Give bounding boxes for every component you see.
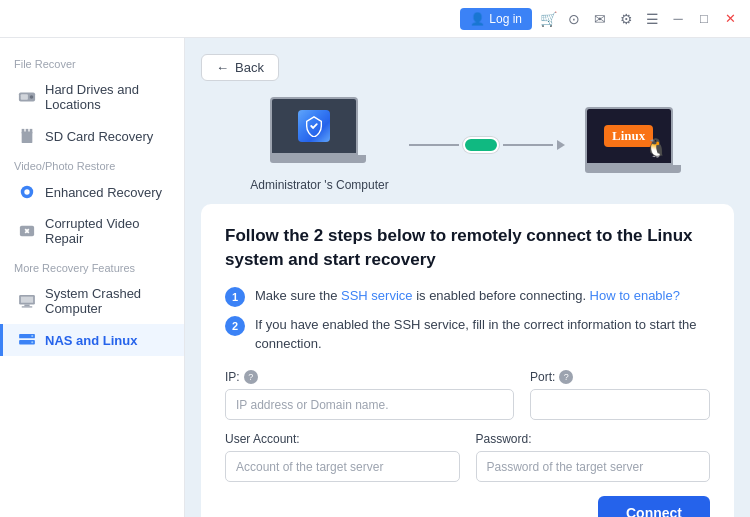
corrupted-icon [17, 223, 37, 239]
sidebar-item-label: SD Card Recovery [45, 129, 153, 144]
connection-arrow [409, 137, 565, 153]
computer-icon [17, 293, 37, 309]
sidebar-item-enhanced[interactable]: Enhanced Recovery [0, 176, 184, 208]
info-title: Follow the 2 steps below to remotely con… [225, 224, 710, 272]
right-line [503, 144, 553, 146]
left-line [409, 144, 459, 146]
svg-rect-1 [21, 94, 28, 99]
port-help-icon[interactable]: ? [559, 370, 573, 384]
info-card: Follow the 2 steps below to remotely con… [201, 204, 734, 517]
svg-rect-13 [22, 306, 33, 307]
sidebar-item-label: Hard Drives and Locations [45, 82, 170, 112]
ip-group: IP: ? [225, 370, 514, 420]
linux-screen-inner: Linux 🐧 [587, 109, 671, 163]
back-button[interactable]: ← Back [201, 54, 279, 81]
settings-icon[interactable]: ⚙ [616, 9, 636, 29]
step-2-row: 2 If you have enabled the SSH service, f… [225, 315, 710, 354]
step-1-row: 1 Make sure the SSH service is enabled b… [225, 286, 710, 307]
connection-pill [463, 137, 499, 153]
svg-point-16 [31, 335, 33, 337]
connect-button[interactable]: Connect [598, 496, 710, 517]
sidebar-item-hard-drives[interactable]: Hard Drives and Locations [0, 74, 184, 120]
minimize-button[interactable]: ─ [668, 9, 688, 29]
ip-input[interactable] [225, 389, 514, 420]
menu-icon[interactable]: ☰ [642, 9, 662, 29]
linux-computer: Linux 🐧 [585, 107, 685, 182]
connection-diagram: Administrator 's Computer Linux 🐧 [201, 97, 734, 192]
svg-point-2 [30, 95, 34, 99]
linux-tux: 🐧 [645, 137, 667, 159]
sidebar-item-label: System Crashed Computer [45, 286, 170, 316]
linux-laptop-base [585, 165, 681, 173]
app-logo [298, 110, 330, 142]
sidebar-item-label: NAS and Linux [45, 333, 137, 348]
linux-laptop-screen: Linux 🐧 [585, 107, 673, 165]
hdd-icon [17, 89, 37, 105]
password-label: Password: [476, 432, 711, 446]
how-to-enable-link[interactable]: How to enable? [590, 288, 680, 303]
user-input[interactable] [225, 451, 460, 482]
sidebar-section-file-recover: File Recover [0, 50, 184, 74]
svg-rect-4 [22, 129, 25, 133]
admin-computer-label: Administrator 's Computer [250, 178, 388, 192]
titlebar: 👤 Log in 🛒 ⊙ ✉ ⚙ ☰ ─ □ ✕ [0, 0, 750, 38]
cart-icon[interactable]: 🛒 [538, 9, 558, 29]
step-2-number: 2 [225, 316, 245, 336]
user-group: User Account: [225, 432, 460, 482]
user-icon: 👤 [470, 12, 485, 26]
admin-screen-inner [272, 99, 356, 153]
connect-row: Connect [225, 496, 710, 517]
password-input[interactable] [476, 451, 711, 482]
svg-rect-6 [30, 129, 33, 133]
user-password-row: User Account: Password: [225, 432, 710, 482]
step-1-text: Make sure the SSH service is enabled bef… [255, 286, 680, 306]
svg-rect-11 [21, 297, 33, 303]
password-group: Password: [476, 432, 711, 482]
enhanced-icon [17, 184, 37, 200]
maximize-button[interactable]: □ [694, 9, 714, 29]
sidebar-section-more: More Recovery Features [0, 254, 184, 278]
linux-laptop-image: Linux 🐧 [585, 107, 685, 182]
step-1-number: 1 [225, 287, 245, 307]
sidebar-item-system-crashed[interactable]: System Crashed Computer [0, 278, 184, 324]
port-group: Port: ? 22 [530, 370, 710, 420]
svg-rect-12 [24, 305, 29, 307]
user-label: User Account: [225, 432, 460, 446]
circle-icon[interactable]: ⊙ [564, 9, 584, 29]
admin-laptop-image [270, 97, 370, 172]
port-label: Port: ? [530, 370, 710, 384]
admin-computer: Administrator 's Computer [250, 97, 388, 192]
back-arrow-icon: ← [216, 60, 229, 75]
sidebar-item-sd-card[interactable]: SD Card Recovery [0, 120, 184, 152]
login-button[interactable]: 👤 Log in [460, 8, 532, 30]
sidebar-item-label: Enhanced Recovery [45, 185, 162, 200]
ip-port-row: IP: ? Port: ? 22 [225, 370, 710, 420]
arrow-head [557, 140, 565, 150]
sidebar-item-label: Corrupted Video Repair [45, 216, 170, 246]
app-body: File Recover Hard Drives and Locations [0, 38, 750, 517]
svg-point-8 [24, 189, 29, 194]
sidebar-section-video-photo: Video/Photo Restore [0, 152, 184, 176]
sidebar-item-nas-linux[interactable]: NAS and Linux [0, 324, 184, 356]
svg-rect-5 [26, 129, 29, 133]
ip-label: IP: ? [225, 370, 514, 384]
admin-laptop-screen [270, 97, 358, 155]
laptop-base [270, 155, 366, 163]
svg-point-17 [31, 341, 33, 343]
main-content: ← Back [185, 38, 750, 517]
ip-help-icon[interactable]: ? [244, 370, 258, 384]
mail-icon[interactable]: ✉ [590, 9, 610, 29]
sd-card-icon [17, 128, 37, 144]
sidebar-item-corrupted[interactable]: Corrupted Video Repair [0, 208, 184, 254]
port-input[interactable]: 22 [530, 389, 710, 420]
close-button[interactable]: ✕ [720, 9, 740, 29]
sidebar: File Recover Hard Drives and Locations [0, 38, 185, 517]
titlebar-actions: 👤 Log in 🛒 ⊙ ✉ ⚙ ☰ ─ □ ✕ [460, 8, 740, 30]
step-2-text: If you have enabled the SSH service, fil… [255, 315, 710, 354]
nas-icon [17, 332, 37, 348]
